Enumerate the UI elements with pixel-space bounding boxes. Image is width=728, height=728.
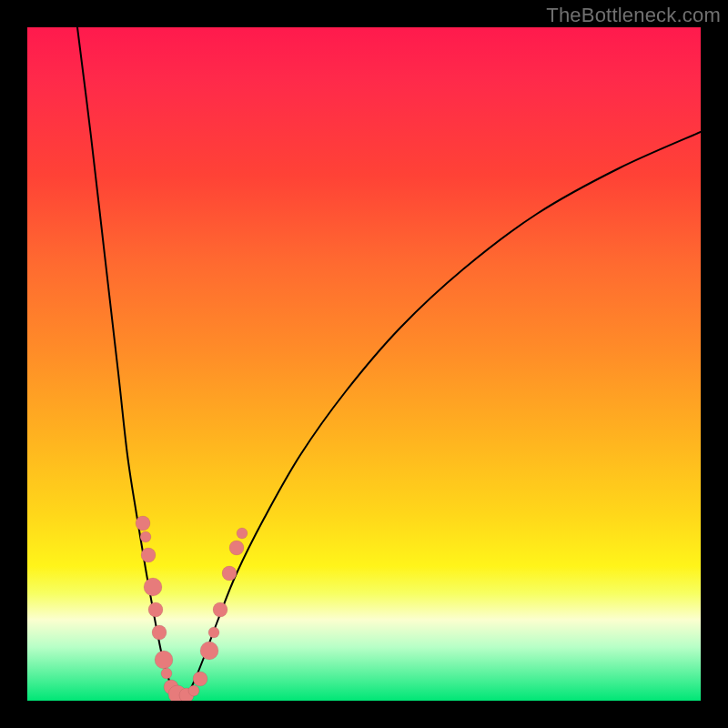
- scatter-marker: [200, 642, 218, 660]
- scatter-marker: [188, 685, 199, 696]
- curve-right-branch: [189, 132, 701, 692]
- scatter-marker: [155, 651, 173, 669]
- image-frame: TheBottleneck.com: [0, 0, 728, 728]
- scatter-marker: [193, 672, 207, 686]
- scatter-markers: [136, 516, 248, 701]
- scatter-marker: [140, 531, 151, 542]
- scatter-marker: [152, 625, 167, 640]
- plot-area: [27, 27, 701, 701]
- scatter-marker: [237, 528, 248, 539]
- scatter-marker: [136, 516, 150, 531]
- scatter-marker: [213, 602, 228, 617]
- scatter-marker: [208, 627, 219, 638]
- scatter-marker: [161, 668, 172, 679]
- watermark-text: TheBottleneck.com: [546, 4, 721, 27]
- scatter-marker: [222, 566, 237, 581]
- curve-layer: [27, 27, 701, 701]
- scatter-marker: [141, 548, 156, 562]
- scatter-marker: [148, 602, 163, 617]
- scatter-marker: [144, 578, 162, 596]
- scatter-marker: [229, 541, 244, 555]
